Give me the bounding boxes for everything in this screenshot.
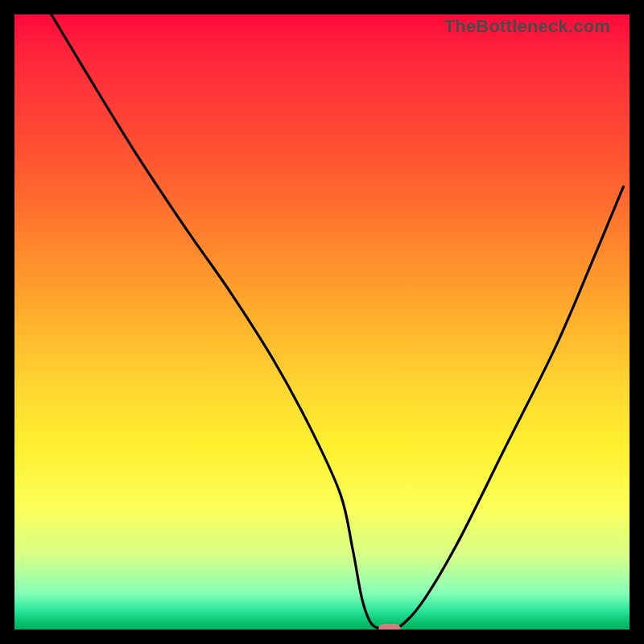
bottleneck-curve	[14, 14, 630, 630]
y-axis	[0, 0, 14, 644]
watermark: TheBottleneck.com	[444, 16, 610, 37]
chart-container: TheBottleneck.com	[0, 0, 644, 644]
plot-area: TheBottleneck.com	[14, 14, 630, 630]
x-axis	[0, 630, 644, 644]
